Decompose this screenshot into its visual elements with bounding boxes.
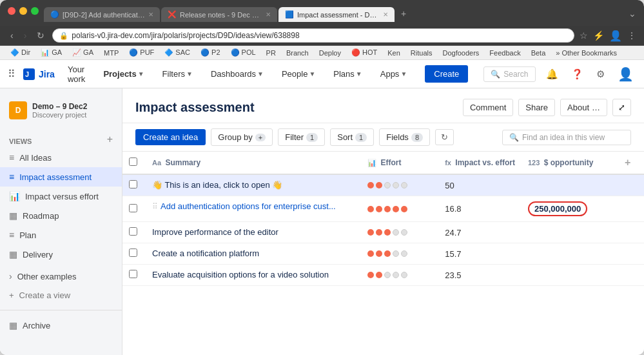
sidebar-item-impact-assessment[interactable]: ≡ Impact assessment: [0, 167, 122, 187]
share-button[interactable]: Share: [518, 99, 555, 116]
about-button[interactable]: About …: [560, 99, 607, 116]
comment-button[interactable]: Comment: [463, 99, 513, 116]
help-icon[interactable]: ❓: [569, 66, 586, 83]
bm-dogfooders[interactable]: Dogfooders: [440, 48, 482, 57]
sidebar-item-all-ideas[interactable]: ≡ All Ideas: [0, 148, 122, 167]
browser-tab-2[interactable]: ❌ Release notes - 9 Dec 2022 - ... ✕: [161, 7, 277, 22]
idea-summary-cell[interactable]: Create a notification platform: [146, 243, 361, 263]
bm-beta[interactable]: Beta: [529, 48, 549, 57]
idea-summary-cell[interactable]: ⠿Add authentication options for enterpri…: [146, 196, 361, 216]
plans-nav[interactable]: Plans ▼: [328, 66, 367, 81]
profile-icon[interactable]: 👤: [609, 30, 622, 42]
create-idea-button[interactable]: Create an idea: [135, 129, 206, 145]
col-header-opportunity[interactable]: 123 $ opportunity: [522, 152, 618, 174]
bm-p2[interactable]: 🔵 P2: [198, 48, 223, 57]
table-row[interactable]: Evaluate acquisition options for a video…: [122, 265, 644, 286]
bm-rituals[interactable]: Rituals: [408, 48, 435, 57]
sidebar-create-view[interactable]: + Create a view: [0, 286, 122, 305]
sidebar-item-plan[interactable]: ≡ Plan: [0, 225, 122, 245]
add-column-icon[interactable]: +: [625, 157, 630, 168]
avatar[interactable]: 👤: [615, 64, 636, 85]
tab1-close[interactable]: ✕: [148, 11, 153, 18]
menu-icon[interactable]: ⋮: [627, 30, 636, 41]
create-button[interactable]: Create: [425, 65, 468, 83]
sidebar-item-archive[interactable]: ▦ Archive: [0, 316, 122, 335]
settings-icon[interactable]: ⚙: [594, 66, 607, 83]
projects-nav[interactable]: Projects ▼: [98, 66, 149, 81]
bm-pr[interactable]: PR: [264, 48, 278, 57]
bm-deploy[interactable]: Deploy: [317, 48, 344, 57]
bm-hot[interactable]: 🔴 HOT: [349, 48, 380, 57]
reload-button[interactable]: ↻: [34, 29, 47, 42]
global-search[interactable]: 🔍 Search: [483, 66, 536, 82]
maximize-traffic-light[interactable]: [31, 7, 39, 15]
grid-icon[interactable]: ⠿: [8, 68, 15, 80]
apps-nav[interactable]: Apps ▼: [375, 66, 413, 81]
row-checkbox[interactable]: [129, 227, 137, 236]
dot-empty: [393, 250, 399, 257]
logo-text: Jira: [39, 69, 55, 79]
sidebar-item-impact-effort[interactable]: 📊 Impact versus effort: [0, 187, 122, 206]
browser-tab-3[interactable]: 🟦 Impact assessment - Demo - t... ✕: [278, 7, 395, 22]
plan-icon: ≡: [9, 230, 14, 240]
forward-button[interactable]: ›: [21, 29, 30, 42]
filters-nav[interactable]: Filters ▼: [157, 66, 198, 81]
sort-label: Sort: [337, 132, 353, 142]
bm-ga1[interactable]: 📊 GA: [38, 48, 64, 57]
sidebar-item-roadmap[interactable]: ▦ Roadmap: [0, 206, 122, 225]
col-header-summary[interactable]: Aa Summary: [146, 152, 361, 174]
dot-empty: [401, 229, 407, 236]
minimize-traffic-light[interactable]: [19, 7, 27, 15]
col-header-add[interactable]: +: [618, 152, 644, 174]
col-header-impact[interactable]: fx Impact vs. effort: [438, 152, 522, 174]
row-checkbox[interactable]: [129, 270, 137, 278]
back-button[interactable]: ‹: [8, 29, 16, 42]
close-traffic-light[interactable]: [8, 7, 15, 15]
bm-ga2[interactable]: 📈 GA: [70, 48, 96, 57]
select-all-checkbox[interactable]: [129, 157, 137, 166]
url-input[interactable]: 🔒 polaris-v0.jira-dev.com/jira/polaris/p…: [52, 28, 574, 43]
table-row[interactable]: 👋 This is an idea, click to open 👋50: [122, 174, 644, 196]
bm-other[interactable]: » Other Bookmarks: [553, 48, 620, 57]
sidebar-item-delivery[interactable]: ▦ Delivery: [0, 245, 122, 264]
bm-sac[interactable]: 🔷 SAC: [162, 48, 193, 57]
browser-tab-1[interactable]: 🔵 [D9D-2] Add authentication o... ✕: [44, 7, 160, 22]
bookmark-star-icon[interactable]: ☆: [580, 30, 588, 41]
dashboards-nav[interactable]: Dashboards ▼: [206, 66, 269, 81]
row-checkbox[interactable]: [129, 180, 137, 188]
new-tab-button[interactable]: +: [396, 5, 411, 22]
col-header-check[interactable]: [122, 152, 146, 174]
add-view-icon[interactable]: +: [107, 134, 113, 145]
sidebar-item-other-examples[interactable]: › Other examples: [0, 267, 122, 286]
people-nav[interactable]: People ▼: [277, 66, 320, 81]
row-checkbox[interactable]: [129, 249, 137, 257]
idea-search[interactable]: 🔍 Find an idea in this view: [502, 130, 631, 145]
fields-button[interactable]: Fields 8: [379, 128, 430, 146]
bm-ken[interactable]: Ken: [385, 48, 403, 57]
your-work-nav[interactable]: Your work: [63, 62, 90, 86]
bm-dir[interactable]: 🔷 Dir: [8, 48, 33, 57]
bm-branch[interactable]: Branch: [284, 48, 311, 57]
col-header-effort[interactable]: 📊 Effort: [361, 152, 438, 174]
bm-pol[interactable]: 🔵 POL: [228, 48, 259, 57]
notifications-icon[interactable]: 🔔: [543, 66, 561, 83]
table-row[interactable]: ⠿Add authentication options for enterpri…: [122, 196, 644, 222]
table-row[interactable]: Create a notification platform15.7: [122, 243, 644, 265]
group-by-button[interactable]: Group by +: [211, 128, 273, 146]
idea-summary-cell[interactable]: Improve performance of the editor: [146, 222, 361, 242]
bm-feedback[interactable]: Feedback: [487, 48, 523, 57]
summary-col-label: Summary: [165, 158, 200, 167]
tab2-close[interactable]: ✕: [266, 11, 271, 18]
extensions-icon[interactable]: ⚡: [593, 30, 604, 41]
idea-summary-cell[interactable]: Evaluate acquisition options for a video…: [146, 265, 361, 285]
table-row[interactable]: Improve performance of the editor24.7: [122, 222, 644, 243]
bm-mtp[interactable]: MTP: [101, 48, 121, 57]
refresh-button[interactable]: ↻: [435, 129, 454, 145]
idea-summary-cell[interactable]: 👋 This is an idea, click to open 👋: [146, 175, 361, 195]
sort-button[interactable]: Sort 1: [330, 128, 374, 146]
tab3-close[interactable]: ✕: [383, 11, 388, 18]
filter-button[interactable]: Filter 1: [278, 128, 325, 146]
row-checkbox[interactable]: [129, 204, 137, 212]
expand-button[interactable]: ⤢: [612, 99, 631, 116]
bm-puf[interactable]: 🔵 PUF: [126, 48, 157, 57]
